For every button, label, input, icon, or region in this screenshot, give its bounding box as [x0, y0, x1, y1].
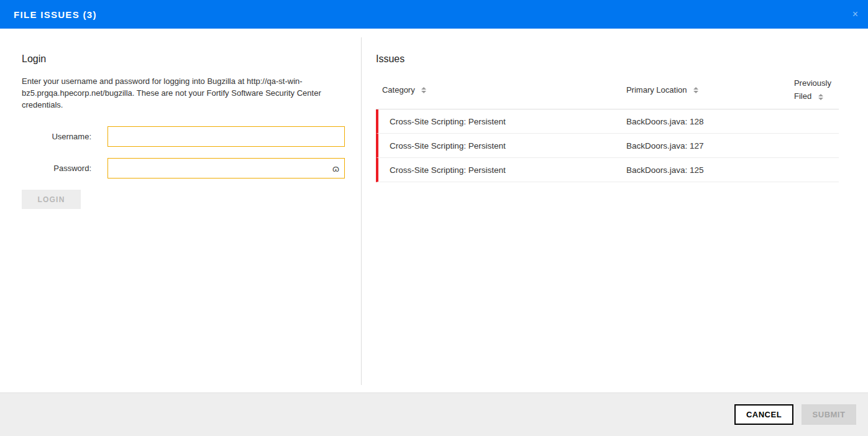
issue-row[interactable]: Cross-Site Scripting: Persistent BackDoo… — [376, 134, 839, 158]
username-row: Username: — [22, 126, 345, 147]
column-label: Previously Filed — [794, 78, 831, 101]
issue-location: BackDoors.java: 128 — [626, 117, 789, 126]
login-pane: Login Enter your username and password f… — [0, 29, 361, 392]
issue-category: Cross-Site Scripting: Persistent — [378, 141, 626, 151]
dialog-title: FILE ISSUES (3) — [14, 9, 97, 20]
username-input[interactable] — [107, 126, 345, 147]
username-label: Username: — [22, 132, 91, 141]
login-description: Enter your username and password for log… — [22, 75, 336, 111]
password-reveal-icon[interactable]: ɷ — [332, 164, 339, 173]
login-heading: Login — [22, 53, 345, 65]
column-header-previously-filed[interactable]: Previously Filed — [789, 77, 839, 103]
dialog-body: Login Enter your username and password f… — [0, 29, 868, 392]
issues-table-header: Category Primary Location Previously Fil… — [376, 73, 839, 109]
password-input-wrap: ɷ — [107, 158, 345, 179]
submit-button[interactable]: SUBMIT — [802, 404, 856, 425]
issue-category: Cross-Site Scripting: Persistent — [378, 117, 626, 126]
password-label: Password: — [22, 164, 91, 173]
issue-row[interactable]: Cross-Site Scripting: Persistent BackDoo… — [376, 109, 839, 134]
issue-location: BackDoors.java: 125 — [626, 165, 789, 175]
sort-icon — [693, 87, 698, 93]
sort-icon — [421, 87, 426, 93]
close-icon[interactable]: × — [852, 9, 858, 19]
login-button[interactable]: LOGIN — [22, 190, 81, 209]
issues-heading: Issues — [376, 53, 839, 65]
issues-table: Category Primary Location Previously Fil… — [376, 73, 839, 182]
username-input-wrap — [107, 126, 345, 147]
issue-location: BackDoors.java: 127 — [626, 141, 789, 151]
dialog-footer: CANCEL SUBMIT — [0, 392, 868, 436]
column-label: Primary Location — [626, 85, 687, 95]
column-label: Category — [382, 85, 415, 95]
file-issues-dialog: FILE ISSUES (3) × Login Enter your usern… — [0, 0, 868, 436]
dialog-header: FILE ISSUES (3) × — [0, 0, 868, 29]
password-input[interactable] — [107, 158, 345, 179]
column-header-primary-location[interactable]: Primary Location — [626, 85, 789, 95]
issue-row[interactable]: Cross-Site Scripting: Persistent BackDoo… — [376, 158, 839, 182]
issues-pane: Issues Category Primary Location Previou… — [362, 29, 868, 392]
column-header-category[interactable]: Category — [376, 85, 626, 95]
cancel-button[interactable]: CANCEL — [734, 404, 793, 425]
password-row: Password: ɷ — [22, 158, 345, 179]
sort-icon — [818, 94, 823, 100]
issue-category: Cross-Site Scripting: Persistent — [378, 165, 626, 175]
